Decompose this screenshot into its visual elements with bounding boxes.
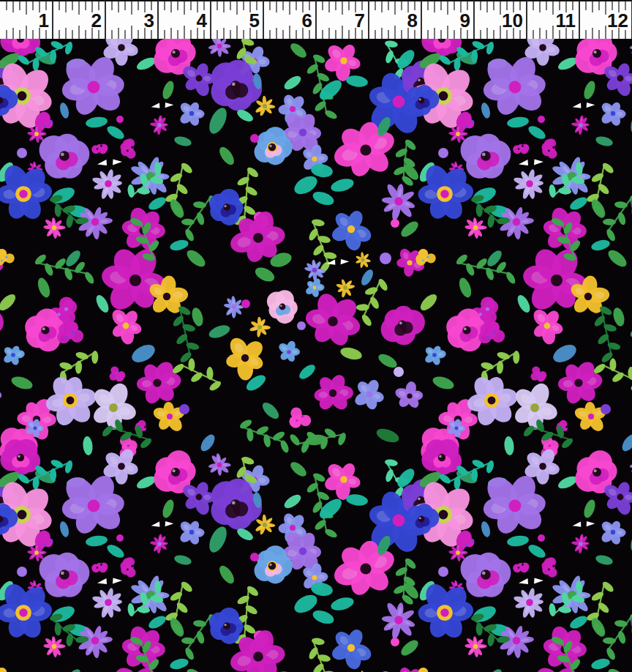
inch-ruler: 123456789101112 [0, 0, 632, 39]
fabric-swatch-photo: 123456789101112 [0, 0, 632, 672]
ruler-number: 4 [197, 10, 208, 31]
ruler-number: 12 [607, 10, 628, 31]
ruler-number: 6 [302, 10, 312, 31]
ruler-number: 11 [556, 10, 576, 31]
ruler-number: 2 [91, 10, 102, 31]
ruler-number: 8 [407, 10, 418, 31]
ruler-number: 10 [502, 10, 523, 31]
ruler-number: 1 [39, 10, 49, 31]
ruler-number: 9 [460, 10, 470, 31]
ruler-number: 7 [355, 10, 365, 31]
floral-fabric-pattern [0, 39, 632, 672]
ruler-number: 5 [249, 10, 260, 31]
ruler-number: 3 [144, 10, 154, 31]
